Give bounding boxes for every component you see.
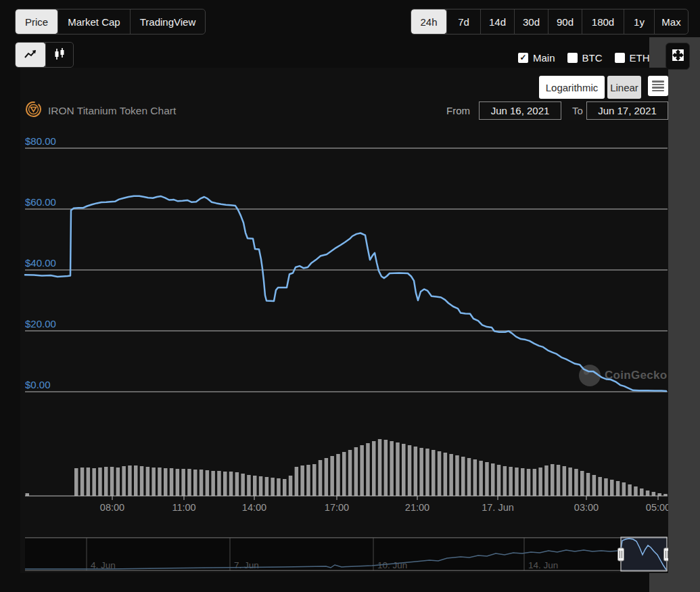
y-axis-label: $0.00 [25,379,51,390]
view-tabs: PriceMarket CapTradingView [15,9,206,35]
volume-bar [533,469,537,496]
volume-bar [116,468,120,496]
volume-bar [557,465,561,496]
volume-bar [217,471,221,496]
volume-bar [330,456,334,496]
volume-bar [586,473,590,496]
volume-bar [289,476,293,496]
range-30d[interactable]: 30d [514,9,548,34]
unchecked-checkbox-icon[interactable] [567,53,578,63]
volume-bar [438,451,442,496]
volume-bar [551,464,555,496]
navigator-selection[interactable] [621,537,667,571]
range-180d[interactable]: 180d [582,9,624,34]
checked-checkbox-icon[interactable]: ✓ [518,53,528,63]
x-axis-label: 03:00 [574,502,599,513]
y-axis-label: $60.00 [25,196,56,208]
x-axis-label: 05:00 [646,502,668,513]
volume-bar [181,469,185,496]
volume-bar [461,457,465,496]
x-axis-label: 21:00 [405,502,429,513]
volume-bar [497,465,501,496]
volume-bar [306,465,310,496]
volume-bar [223,472,227,496]
volume-bar [378,439,382,496]
range-14d[interactable]: 14d [480,9,514,34]
range-24h[interactable]: 24h [411,9,446,34]
range-90d[interactable]: 90d [548,9,582,34]
volume-bar [402,444,406,496]
overlay-label: ETH [630,52,650,64]
volume-bar [312,464,317,496]
overlay-toggle-main[interactable]: ✓Main [518,52,555,64]
volume-bar [527,469,531,496]
tab-market-cap[interactable]: Market Cap [57,9,130,34]
volume-bar [574,469,578,496]
volume-bar [616,481,620,496]
volume-bar [485,462,489,496]
navigator-left-handle[interactable] [618,548,624,561]
volume-bar [491,463,495,496]
volume-bar [568,468,572,496]
range-max[interactable]: Max [654,9,688,34]
volume-bar [92,468,96,496]
volume-bar [229,472,233,496]
volume-bar [98,468,102,496]
volume-bar [277,478,281,496]
range-selector: 24h7d14d30d90d180d1yMax [411,9,689,35]
volume-bar [158,468,162,496]
volume-bar [187,469,191,496]
volume-bar [235,472,239,496]
price-chart-plot[interactable]: $80.00$60.00$40.00$20.00$0.0008:0011:001… [20,68,668,573]
volume-bar [657,493,661,496]
volume-bar [164,468,168,496]
overlay-toggle-eth[interactable]: ETH [615,52,650,64]
fullscreen-button[interactable] [666,43,690,70]
overlay-toggle-btc[interactable]: BTC [567,52,603,64]
candlestick-button[interactable] [45,43,73,67]
range-7d[interactable]: 7d [446,9,480,34]
volume-bar [151,468,156,496]
volume-bar [646,491,650,496]
volume-bar [598,477,602,496]
volume-bar [467,458,471,496]
x-axis-label: 17:00 [325,502,349,513]
volume-bar [538,468,542,496]
volume-bar [515,468,519,496]
volume-bar [419,448,423,496]
volume-bar [384,440,388,496]
volume-bar [604,478,608,496]
volume-bar [473,459,477,496]
volume-bar [176,469,180,496]
tab-price[interactable]: Price [16,9,57,34]
expand-arrows-icon [672,49,684,64]
volume-bar [408,445,412,496]
volume-bar [200,470,204,496]
chart-type-toggle [15,42,74,68]
volume-bar [211,471,215,496]
navigator-right-handle[interactable] [664,548,669,561]
volume-bar [479,461,483,496]
volume-bar [503,466,507,496]
x-axis-label: 11:00 [172,502,195,513]
volume-bar [628,484,632,496]
volume-bar [580,471,584,496]
tab-tradingview[interactable]: TradingView [130,9,206,34]
range-1y[interactable]: 1y [624,9,654,34]
line-chart-icon [23,48,38,62]
volume-bar [444,453,448,496]
y-axis-label: $80.00 [25,135,56,147]
volume-bar [425,449,429,496]
y-axis-label: $40.00 [25,257,56,269]
unchecked-checkbox-icon[interactable] [615,53,625,63]
volume-bar [104,467,108,496]
line-chart-button[interactable] [16,43,45,67]
volume-bar [74,468,78,496]
volume-bar [592,475,597,496]
volume-bar [80,468,85,496]
volume-bar [336,454,340,496]
x-axis-label: 08:00 [100,502,124,513]
volume-bar [26,493,30,496]
x-axis-label: 17. Jun [482,502,514,513]
volume-bar [247,475,251,496]
